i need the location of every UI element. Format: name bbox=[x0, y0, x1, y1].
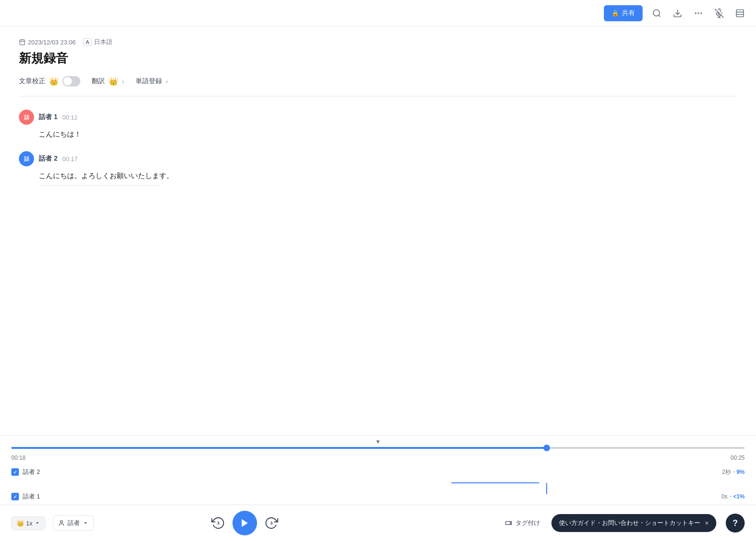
progress-container bbox=[0, 447, 756, 449]
proofread-feature[interactable]: 文章校正 👑 bbox=[19, 76, 80, 86]
segment-separator bbox=[39, 185, 162, 186]
calendar-icon bbox=[19, 39, 26, 45]
collapse-row[interactable]: ▼ bbox=[0, 436, 756, 447]
proofread-toggle[interactable] bbox=[62, 76, 80, 86]
translate-crown-icon: 👑 bbox=[109, 77, 118, 86]
svg-point-16 bbox=[60, 521, 62, 523]
segment-1-text[interactable]: こんにちは！ bbox=[19, 129, 737, 140]
help-circle-button[interactable]: ? bbox=[726, 514, 745, 532]
waveform-visual-2 bbox=[11, 477, 745, 489]
collapse-arrow-icon: ▼ bbox=[375, 438, 381, 445]
track-2-checkbox[interactable] bbox=[11, 468, 19, 476]
progress-track[interactable] bbox=[11, 447, 745, 449]
track-1-left: 話者 1 bbox=[11, 492, 40, 501]
play-controls: 3 3 bbox=[210, 511, 280, 535]
lang-badge: A bbox=[83, 38, 92, 46]
segment-1: 話 話者 1 00:12 こんにちは！ bbox=[19, 110, 737, 140]
rewind-label: 3 bbox=[217, 521, 220, 525]
segment-2: 話 話者 2 00:17 こんにちは。よろしくお願いいたします。 bbox=[19, 151, 737, 186]
track-2-percent: 9% bbox=[737, 469, 745, 475]
svg-point-0 bbox=[653, 9, 660, 16]
search-button[interactable] bbox=[650, 7, 663, 20]
translate-feature[interactable]: 翻訳 👑 › bbox=[92, 77, 124, 86]
share-button[interactable]: 🔒 共有 bbox=[604, 5, 643, 21]
track-2-name: 話者 2 bbox=[23, 468, 40, 476]
lang-text: 日本語 bbox=[94, 38, 112, 46]
end-time: 00:25 bbox=[730, 455, 745, 461]
translate-label: 翻訳 bbox=[92, 77, 105, 86]
speed-chevron-icon bbox=[34, 520, 40, 526]
track-2-left: 話者 2 bbox=[11, 468, 40, 476]
share-label: 共有 bbox=[622, 9, 635, 17]
svg-rect-18 bbox=[506, 522, 510, 525]
feature-toolbar: 文章校正 👑 翻訳 👑 › 単語登録 › bbox=[19, 76, 737, 96]
avatar-2-text: 話 bbox=[24, 155, 29, 163]
segment-2-header: 話 話者 2 00:17 bbox=[19, 151, 737, 166]
bottom-controls: 👑 1x 話者 3 bbox=[0, 505, 756, 541]
speed-icon: 👑 bbox=[17, 520, 24, 527]
main-content: 2023/12/03 23:06 A 日本語 新規録音 文章校正 👑 翻訳 👑 … bbox=[0, 26, 756, 435]
search-icon bbox=[652, 9, 662, 18]
translate-chevron-icon: › bbox=[122, 77, 124, 85]
svg-point-3 bbox=[695, 12, 696, 14]
avatar-speaker-2: 話 bbox=[19, 151, 34, 166]
avatar-speaker-1: 話 bbox=[19, 110, 34, 125]
speaker-2-name: 話者 2 bbox=[39, 155, 58, 163]
speaker-value: 話者 bbox=[68, 519, 80, 527]
segment-1-header: 話 話者 1 00:12 bbox=[19, 110, 737, 125]
speaker-selector[interactable]: 話者 bbox=[53, 515, 94, 531]
track-1-checkbox[interactable] bbox=[11, 493, 19, 500]
rewind-button[interactable]: 3 bbox=[210, 515, 227, 532]
date-text: 2023/12/03 23:06 bbox=[28, 39, 76, 46]
svg-rect-12 bbox=[20, 40, 25, 45]
track-2-stats: 2秒・9% bbox=[722, 468, 745, 476]
tag-label: タグ付け bbox=[515, 519, 540, 527]
date-item: 2023/12/03 23:06 bbox=[19, 39, 76, 46]
current-time: 00:18 bbox=[11, 455, 26, 461]
play-icon bbox=[240, 518, 250, 528]
proofread-label: 文章校正 bbox=[19, 77, 45, 86]
svg-marker-17 bbox=[242, 519, 248, 527]
progress-thumb[interactable] bbox=[543, 445, 550, 451]
track-1-name: 話者 1 bbox=[23, 492, 40, 501]
tag-button[interactable]: タグ付け bbox=[505, 519, 540, 527]
vocab-chevron-icon: › bbox=[166, 77, 168, 85]
lock-icon: 🔒 bbox=[611, 9, 619, 17]
more-icon bbox=[694, 9, 703, 18]
track-1-stat: 0s・ bbox=[722, 493, 733, 500]
speaker-chevron-icon bbox=[83, 520, 88, 526]
download-icon bbox=[673, 9, 682, 18]
svg-point-5 bbox=[700, 12, 702, 14]
speed-value: 1x bbox=[26, 520, 33, 527]
speed-selector[interactable]: 👑 1x bbox=[11, 516, 45, 530]
play-button[interactable] bbox=[232, 511, 257, 535]
tag-icon bbox=[505, 519, 513, 527]
mute-button[interactable] bbox=[713, 7, 726, 20]
segment-2-text[interactable]: こんにちは。よろしくお願いいたします。 bbox=[19, 170, 737, 181]
layout-icon bbox=[735, 9, 745, 18]
forward-label: 3 bbox=[270, 521, 273, 525]
track-1-stats: 0s・<1% bbox=[722, 493, 745, 501]
proofread-crown-icon: 👑 bbox=[49, 77, 59, 86]
progress-fill bbox=[11, 447, 547, 449]
help-banner-text: 使い方ガイド・お問い合わせ・ショートカットキー bbox=[559, 519, 700, 527]
layout-button[interactable] bbox=[733, 7, 747, 20]
player-area: ▼ 00:18 00:25 話者 2 2秒・9% bbox=[0, 435, 756, 541]
help-close-button[interactable]: × bbox=[705, 519, 709, 527]
track-1-percent: <1% bbox=[733, 493, 745, 500]
speaker-2-time: 00:17 bbox=[62, 155, 78, 163]
download-button[interactable] bbox=[671, 7, 684, 20]
more-button[interactable] bbox=[692, 7, 705, 20]
help-banner: 使い方ガイド・お問い合わせ・ショートカットキー × bbox=[551, 514, 716, 532]
playhead-line-2 bbox=[546, 483, 547, 494]
waveform-tracks: 話者 2 2秒・9% 話者 1 0s・<1% bbox=[0, 464, 756, 505]
lang-item: A 日本語 bbox=[83, 38, 112, 46]
vocab-label: 単語登録 bbox=[136, 77, 162, 86]
svg-point-4 bbox=[697, 12, 699, 14]
forward-button[interactable]: 3 bbox=[263, 515, 280, 532]
top-toolbar: 🔒 共有 bbox=[0, 0, 756, 26]
mute-icon bbox=[714, 9, 724, 18]
vocab-feature[interactable]: 単語登録 › bbox=[136, 77, 168, 86]
time-labels: 00:18 00:25 bbox=[0, 452, 756, 464]
svg-rect-9 bbox=[737, 9, 744, 17]
